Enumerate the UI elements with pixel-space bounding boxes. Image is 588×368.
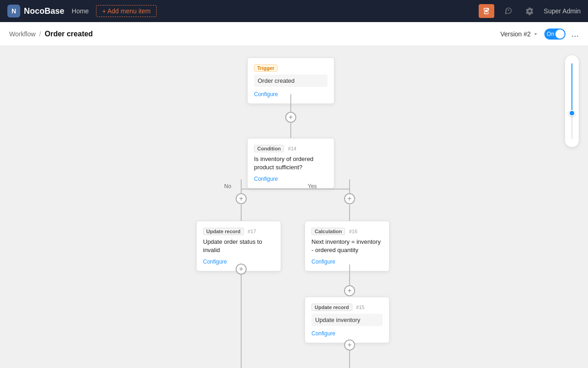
nav-home-link[interactable]: Home bbox=[72, 7, 89, 15]
zoom-track bbox=[571, 63, 572, 139]
workflow-icon[interactable] bbox=[479, 4, 494, 18]
connector-yes-1 bbox=[349, 205, 350, 223]
add-node-btn-1[interactable]: + bbox=[285, 112, 296, 123]
breadcrumb-current: Order created bbox=[45, 30, 93, 38]
trigger-tag: Trigger bbox=[254, 64, 277, 72]
breadcrumb-separator: / bbox=[39, 30, 41, 38]
condition-id: #14 bbox=[288, 146, 296, 151]
app-name: NocoBase bbox=[24, 6, 64, 16]
update-15-title: Update inventory bbox=[311, 314, 383, 326]
connector-no-extend bbox=[241, 281, 242, 368]
calc-16-configure-link[interactable]: Configure bbox=[311, 259, 335, 265]
calc-16-title: Next inventory = inventory - ordered qua… bbox=[311, 238, 383, 254]
add-menu-button[interactable]: + Add menu item bbox=[96, 5, 156, 17]
connector-no-1 bbox=[241, 205, 242, 223]
update-17-configure-link[interactable]: Configure bbox=[203, 259, 227, 265]
workflow-canvas: Trigger Order created Configure + Condit… bbox=[0, 46, 588, 368]
rocket-icon[interactable] bbox=[502, 5, 515, 17]
settings-icon[interactable] bbox=[523, 5, 537, 17]
breadcrumb-bar: Workflow / Order created Version #2 On .… bbox=[0, 22, 588, 46]
zoom-thumb[interactable] bbox=[569, 110, 575, 116]
trigger-title: Order created bbox=[254, 75, 328, 87]
user-name[interactable]: Super Admin bbox=[544, 7, 581, 15]
update-15-configure-link[interactable]: Configure bbox=[311, 330, 335, 337]
connector-1 bbox=[290, 94, 291, 113]
condition-node: Condition #14 Is inventory of ordered pr… bbox=[247, 138, 334, 189]
calc-16-id: #16 bbox=[349, 229, 357, 234]
update-17-tag: Update record bbox=[203, 228, 244, 235]
trigger-configure-link[interactable]: Configure bbox=[254, 91, 278, 98]
logo: N NocoBase bbox=[7, 5, 64, 17]
branch-yes-label: Yes bbox=[308, 183, 317, 190]
zoom-fill bbox=[571, 63, 572, 116]
branch-line-h bbox=[241, 189, 350, 190]
toggle-knob bbox=[555, 29, 565, 39]
add-node-btn-no[interactable]: + bbox=[236, 193, 247, 204]
condition-title: Is inventory of ordered product sufficie… bbox=[254, 155, 328, 172]
update-record-15-node: Update record #15 Update inventory Confi… bbox=[305, 297, 390, 343]
connector-2 bbox=[290, 123, 291, 139]
update-17-title: Update order status to invalid bbox=[203, 238, 274, 254]
toolbar-right: Version #2 On ... bbox=[500, 29, 579, 40]
breadcrumb-workflow[interactable]: Workflow bbox=[9, 30, 35, 38]
add-node-btn-no-2[interactable]: + bbox=[236, 264, 247, 275]
condition-configure-link[interactable]: Configure bbox=[254, 176, 278, 182]
merge-v-right bbox=[349, 359, 350, 368]
workflow-toggle[interactable]: On bbox=[544, 29, 565, 40]
calculation-16-node: Calculation #16 Next inventory = invento… bbox=[305, 221, 390, 271]
more-options-button[interactable]: ... bbox=[571, 29, 579, 39]
update-17-id: #17 bbox=[248, 229, 256, 234]
version-selector[interactable]: Version #2 bbox=[500, 30, 539, 38]
add-node-btn-yes-3[interactable]: + bbox=[344, 339, 355, 351]
add-node-btn-yes[interactable]: + bbox=[344, 193, 355, 204]
branch-no-label: No bbox=[224, 183, 231, 190]
update-15-tag: Update record bbox=[311, 304, 352, 311]
condition-tag: Condition bbox=[254, 145, 284, 152]
add-node-btn-yes-2[interactable]: + bbox=[344, 285, 355, 296]
logo-icon: N bbox=[7, 5, 20, 17]
update-15-id: #15 bbox=[356, 305, 364, 310]
top-navigation: N NocoBase Home + Add menu item Super Ad… bbox=[0, 0, 588, 22]
calc-16-tag: Calculation bbox=[311, 228, 345, 235]
zoom-slider-container bbox=[565, 55, 579, 147]
